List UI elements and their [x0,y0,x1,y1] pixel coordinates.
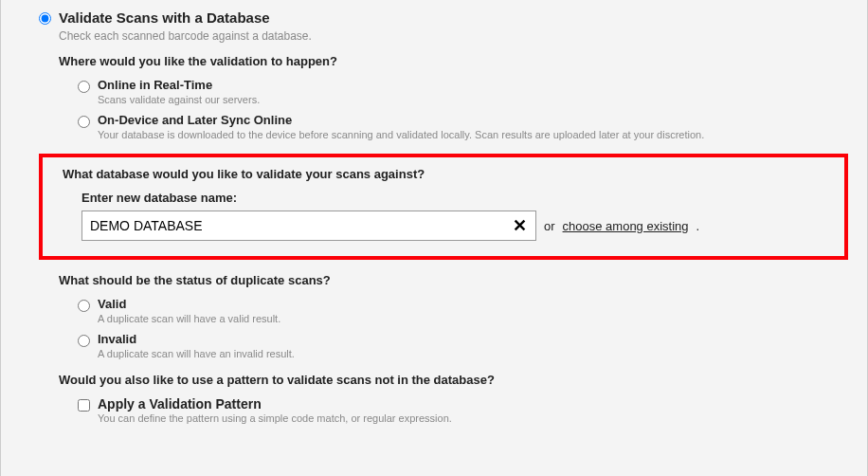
database-question: What database would you like to validate… [63,167,831,181]
option-ondevice-title: On-Device and Later Sync Online [98,113,292,127]
option-valid-desc: A duplicate scan will have a valid resul… [98,313,848,324]
pattern-question: Would you also like to use a pattern to … [59,373,848,387]
radio-duplicate-invalid[interactable] [78,335,90,347]
option-invalid-desc: A duplicate scan will have an invalid re… [98,348,848,359]
pattern-desc: You can define the pattern using a simpl… [98,412,848,424]
database-selection-highlight: What database would you like to validate… [39,154,848,260]
radio-duplicate-valid[interactable] [78,300,90,312]
radio-online-realtime[interactable] [78,81,90,93]
option-online-desc: Scans validate against our servers. [98,94,848,105]
main-option-title: Validate Scans with a Database [59,9,270,26]
clear-input-icon[interactable]: ✕ [509,215,531,236]
duplicate-status-question: What should be the status of duplicate s… [59,273,848,287]
radio-ondevice-sync[interactable] [78,116,90,128]
main-option-desc: Check each scanned barcode against a dat… [59,29,848,43]
or-text: or [544,219,555,233]
period: . [696,219,700,233]
option-invalid-title: Invalid [98,332,136,346]
choose-existing-link[interactable]: choose among existing [563,219,689,233]
database-name-input[interactable] [81,211,536,241]
validation-location-question: Where would you like the validation to h… [59,54,848,68]
option-ondevice-desc: Your database is downloaded to the devic… [98,129,848,140]
pattern-title: Apply a Validation Pattern [98,396,262,412]
checkbox-apply-pattern[interactable] [78,399,90,412]
option-online-title: Online in Real-Time [98,78,212,92]
radio-validate-db[interactable] [39,12,51,25]
option-valid-title: Valid [98,297,126,311]
database-input-label: Enter new database name: [81,191,831,205]
